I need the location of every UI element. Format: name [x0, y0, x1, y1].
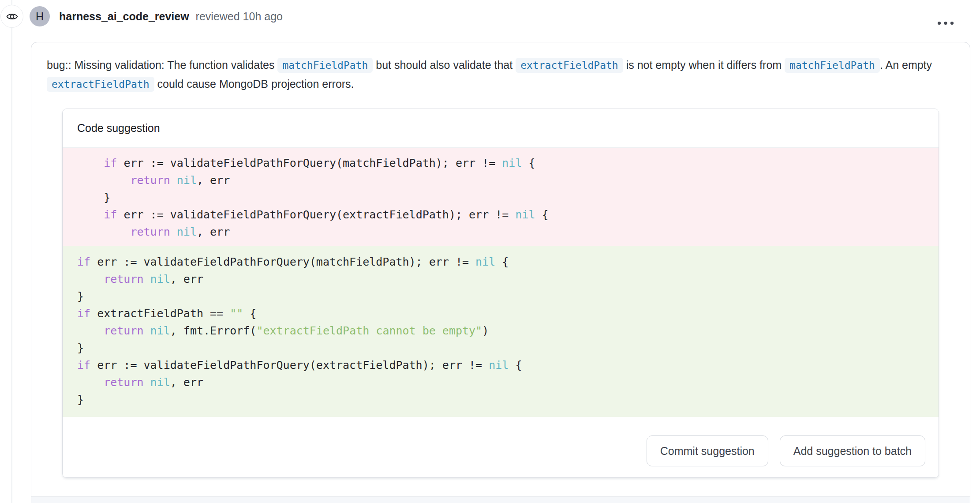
eye-icon — [6, 11, 18, 23]
code-suggestion-box: Code suggestion if err := validateFieldP… — [62, 109, 939, 478]
reply-section-strip — [31, 496, 970, 503]
avatar-letter: H — [36, 10, 44, 23]
avatar[interactable]: H — [30, 6, 50, 26]
review-comment-card: bug:: Missing validation: The function v… — [31, 42, 970, 503]
suggestion-new-code: if err := validateFieldPathForQuery(matc… — [63, 246, 939, 417]
comment-segment: is not empty when it differs from — [623, 59, 785, 71]
inline-code-chip: extractFieldPath — [516, 58, 623, 73]
comment-segment: but should also validate that — [373, 59, 516, 71]
comment-text: bug:: Missing validation: The function v… — [47, 56, 954, 94]
review-meta: harness_ai_code_review reviewed 10h ago — [59, 10, 283, 23]
review-header: H harness_ai_code_review reviewed 10h ag… — [30, 6, 283, 26]
add-suggestion-to-batch-button[interactable]: Add suggestion to batch — [780, 435, 925, 466]
ellipsis-icon — [937, 21, 954, 25]
comment-segment: bug:: Missing validation: The function v… — [47, 59, 277, 71]
code-suggestion-title: Code suggestion — [77, 122, 160, 135]
watch-status-chip[interactable] — [0, 5, 23, 28]
more-options-button[interactable] — [931, 15, 960, 31]
suggestion-actions: Commit suggestion Add suggestion to batc… — [63, 417, 939, 477]
comment-body: bug:: Missing validation: The function v… — [31, 42, 970, 478]
comment-segment: . An empty — [880, 59, 932, 71]
review-action-text: reviewed 10h ago — [196, 10, 283, 23]
timeline-line — [11, 0, 12, 503]
commit-suggestion-button[interactable]: Commit suggestion — [647, 435, 768, 466]
reviewer-username[interactable]: harness_ai_code_review — [59, 10, 189, 23]
code-suggestion-header: Code suggestion — [63, 109, 939, 148]
comment-segment: could cause MongoDB projection errors. — [154, 78, 354, 90]
inline-code-chip: extractFieldPath — [47, 77, 154, 92]
inline-code-chip: matchFieldPath — [277, 58, 373, 73]
inline-code-chip: matchFieldPath — [785, 58, 880, 73]
suggestion-old-code: if err := validateFieldPathForQuery(matc… — [63, 148, 939, 246]
